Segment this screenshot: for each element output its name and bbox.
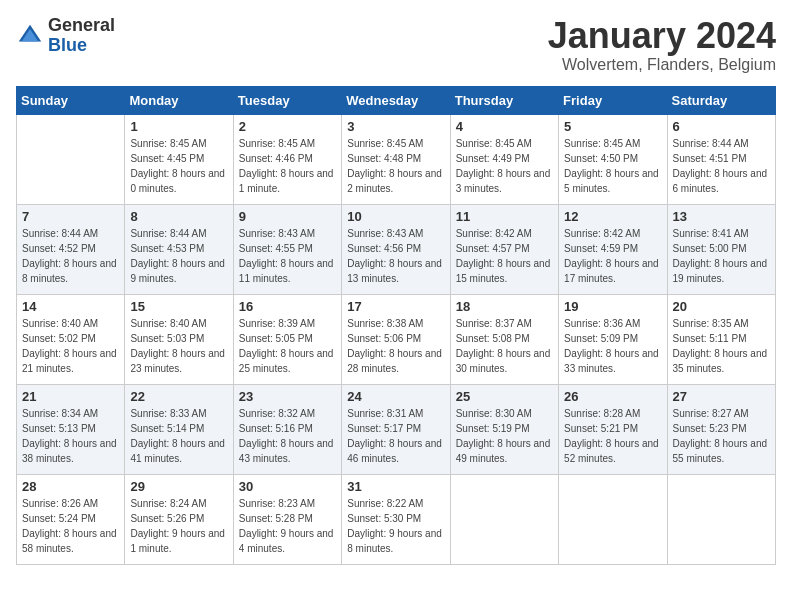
calendar-cell: 28 Sunrise: 8:26 AMSunset: 5:24 PMDaylig… — [17, 474, 125, 564]
calendar-cell: 3 Sunrise: 8:45 AMSunset: 4:48 PMDayligh… — [342, 114, 450, 204]
day-info: Sunrise: 8:44 AMSunset: 4:52 PMDaylight:… — [22, 226, 119, 286]
day-info: Sunrise: 8:33 AMSunset: 5:14 PMDaylight:… — [130, 406, 227, 466]
weekday-header: Sunday — [17, 86, 125, 114]
day-number: 25 — [456, 389, 553, 404]
weekday-header: Thursday — [450, 86, 558, 114]
day-number: 2 — [239, 119, 336, 134]
weekday-header: Tuesday — [233, 86, 341, 114]
calendar-cell — [667, 474, 775, 564]
day-info: Sunrise: 8:24 AMSunset: 5:26 PMDaylight:… — [130, 496, 227, 556]
logo-icon — [16, 22, 44, 50]
calendar-cell: 2 Sunrise: 8:45 AMSunset: 4:46 PMDayligh… — [233, 114, 341, 204]
day-number: 31 — [347, 479, 444, 494]
calendar-cell — [17, 114, 125, 204]
day-info: Sunrise: 8:28 AMSunset: 5:21 PMDaylight:… — [564, 406, 661, 466]
day-info: Sunrise: 8:23 AMSunset: 5:28 PMDaylight:… — [239, 496, 336, 556]
calendar-cell: 13 Sunrise: 8:41 AMSunset: 5:00 PMDaylig… — [667, 204, 775, 294]
calendar-cell: 30 Sunrise: 8:23 AMSunset: 5:28 PMDaylig… — [233, 474, 341, 564]
weekday-header: Wednesday — [342, 86, 450, 114]
calendar-table: SundayMondayTuesdayWednesdayThursdayFrid… — [16, 86, 776, 565]
day-info: Sunrise: 8:32 AMSunset: 5:16 PMDaylight:… — [239, 406, 336, 466]
day-info: Sunrise: 8:30 AMSunset: 5:19 PMDaylight:… — [456, 406, 553, 466]
day-number: 23 — [239, 389, 336, 404]
calendar-cell: 6 Sunrise: 8:44 AMSunset: 4:51 PMDayligh… — [667, 114, 775, 204]
day-info: Sunrise: 8:43 AMSunset: 4:56 PMDaylight:… — [347, 226, 444, 286]
calendar-week-row: 21 Sunrise: 8:34 AMSunset: 5:13 PMDaylig… — [17, 384, 776, 474]
calendar-cell: 5 Sunrise: 8:45 AMSunset: 4:50 PMDayligh… — [559, 114, 667, 204]
calendar-cell: 12 Sunrise: 8:42 AMSunset: 4:59 PMDaylig… — [559, 204, 667, 294]
calendar-cell: 18 Sunrise: 8:37 AMSunset: 5:08 PMDaylig… — [450, 294, 558, 384]
day-number: 27 — [673, 389, 770, 404]
calendar-cell: 15 Sunrise: 8:40 AMSunset: 5:03 PMDaylig… — [125, 294, 233, 384]
day-info: Sunrise: 8:45 AMSunset: 4:50 PMDaylight:… — [564, 136, 661, 196]
calendar-week-row: 28 Sunrise: 8:26 AMSunset: 5:24 PMDaylig… — [17, 474, 776, 564]
logo: General Blue — [16, 16, 115, 56]
day-number: 8 — [130, 209, 227, 224]
day-info: Sunrise: 8:36 AMSunset: 5:09 PMDaylight:… — [564, 316, 661, 376]
calendar-cell: 4 Sunrise: 8:45 AMSunset: 4:49 PMDayligh… — [450, 114, 558, 204]
calendar-cell — [559, 474, 667, 564]
day-info: Sunrise: 8:42 AMSunset: 4:57 PMDaylight:… — [456, 226, 553, 286]
weekday-header-row: SundayMondayTuesdayWednesdayThursdayFrid… — [17, 86, 776, 114]
weekday-header: Friday — [559, 86, 667, 114]
day-info: Sunrise: 8:40 AMSunset: 5:02 PMDaylight:… — [22, 316, 119, 376]
calendar-cell: 26 Sunrise: 8:28 AMSunset: 5:21 PMDaylig… — [559, 384, 667, 474]
day-info: Sunrise: 8:31 AMSunset: 5:17 PMDaylight:… — [347, 406, 444, 466]
calendar-cell: 17 Sunrise: 8:38 AMSunset: 5:06 PMDaylig… — [342, 294, 450, 384]
calendar-cell: 7 Sunrise: 8:44 AMSunset: 4:52 PMDayligh… — [17, 204, 125, 294]
calendar-cell: 27 Sunrise: 8:27 AMSunset: 5:23 PMDaylig… — [667, 384, 775, 474]
day-number: 7 — [22, 209, 119, 224]
calendar-cell: 16 Sunrise: 8:39 AMSunset: 5:05 PMDaylig… — [233, 294, 341, 384]
calendar-cell: 23 Sunrise: 8:32 AMSunset: 5:16 PMDaylig… — [233, 384, 341, 474]
day-info: Sunrise: 8:26 AMSunset: 5:24 PMDaylight:… — [22, 496, 119, 556]
calendar-cell: 8 Sunrise: 8:44 AMSunset: 4:53 PMDayligh… — [125, 204, 233, 294]
page-header: General Blue January 2024 Wolvertem, Fla… — [16, 16, 776, 74]
calendar-cell: 9 Sunrise: 8:43 AMSunset: 4:55 PMDayligh… — [233, 204, 341, 294]
calendar-cell — [450, 474, 558, 564]
calendar-cell: 22 Sunrise: 8:33 AMSunset: 5:14 PMDaylig… — [125, 384, 233, 474]
day-info: Sunrise: 8:45 AMSunset: 4:48 PMDaylight:… — [347, 136, 444, 196]
day-number: 21 — [22, 389, 119, 404]
day-info: Sunrise: 8:45 AMSunset: 4:46 PMDaylight:… — [239, 136, 336, 196]
day-info: Sunrise: 8:43 AMSunset: 4:55 PMDaylight:… — [239, 226, 336, 286]
day-number: 22 — [130, 389, 227, 404]
day-number: 17 — [347, 299, 444, 314]
day-info: Sunrise: 8:44 AMSunset: 4:51 PMDaylight:… — [673, 136, 770, 196]
day-number: 30 — [239, 479, 336, 494]
day-number: 9 — [239, 209, 336, 224]
day-number: 10 — [347, 209, 444, 224]
calendar-cell: 1 Sunrise: 8:45 AMSunset: 4:45 PMDayligh… — [125, 114, 233, 204]
calendar-cell: 19 Sunrise: 8:36 AMSunset: 5:09 PMDaylig… — [559, 294, 667, 384]
day-number: 20 — [673, 299, 770, 314]
day-number: 5 — [564, 119, 661, 134]
calendar-week-row: 7 Sunrise: 8:44 AMSunset: 4:52 PMDayligh… — [17, 204, 776, 294]
calendar-cell: 10 Sunrise: 8:43 AMSunset: 4:56 PMDaylig… — [342, 204, 450, 294]
day-info: Sunrise: 8:45 AMSunset: 4:45 PMDaylight:… — [130, 136, 227, 196]
day-number: 18 — [456, 299, 553, 314]
calendar-cell: 31 Sunrise: 8:22 AMSunset: 5:30 PMDaylig… — [342, 474, 450, 564]
calendar-cell: 21 Sunrise: 8:34 AMSunset: 5:13 PMDaylig… — [17, 384, 125, 474]
day-number: 28 — [22, 479, 119, 494]
weekday-header: Saturday — [667, 86, 775, 114]
day-number: 29 — [130, 479, 227, 494]
day-info: Sunrise: 8:34 AMSunset: 5:13 PMDaylight:… — [22, 406, 119, 466]
day-info: Sunrise: 8:44 AMSunset: 4:53 PMDaylight:… — [130, 226, 227, 286]
day-number: 4 — [456, 119, 553, 134]
day-number: 6 — [673, 119, 770, 134]
day-info: Sunrise: 8:27 AMSunset: 5:23 PMDaylight:… — [673, 406, 770, 466]
day-number: 26 — [564, 389, 661, 404]
day-info: Sunrise: 8:38 AMSunset: 5:06 PMDaylight:… — [347, 316, 444, 376]
calendar-week-row: 1 Sunrise: 8:45 AMSunset: 4:45 PMDayligh… — [17, 114, 776, 204]
calendar-cell: 20 Sunrise: 8:35 AMSunset: 5:11 PMDaylig… — [667, 294, 775, 384]
day-number: 16 — [239, 299, 336, 314]
calendar-cell: 25 Sunrise: 8:30 AMSunset: 5:19 PMDaylig… — [450, 384, 558, 474]
day-number: 24 — [347, 389, 444, 404]
day-number: 15 — [130, 299, 227, 314]
calendar-cell: 11 Sunrise: 8:42 AMSunset: 4:57 PMDaylig… — [450, 204, 558, 294]
day-info: Sunrise: 8:41 AMSunset: 5:00 PMDaylight:… — [673, 226, 770, 286]
calendar-subtitle: Wolvertem, Flanders, Belgium — [548, 56, 776, 74]
day-info: Sunrise: 8:39 AMSunset: 5:05 PMDaylight:… — [239, 316, 336, 376]
day-info: Sunrise: 8:45 AMSunset: 4:49 PMDaylight:… — [456, 136, 553, 196]
calendar-cell: 14 Sunrise: 8:40 AMSunset: 5:02 PMDaylig… — [17, 294, 125, 384]
day-info: Sunrise: 8:37 AMSunset: 5:08 PMDaylight:… — [456, 316, 553, 376]
